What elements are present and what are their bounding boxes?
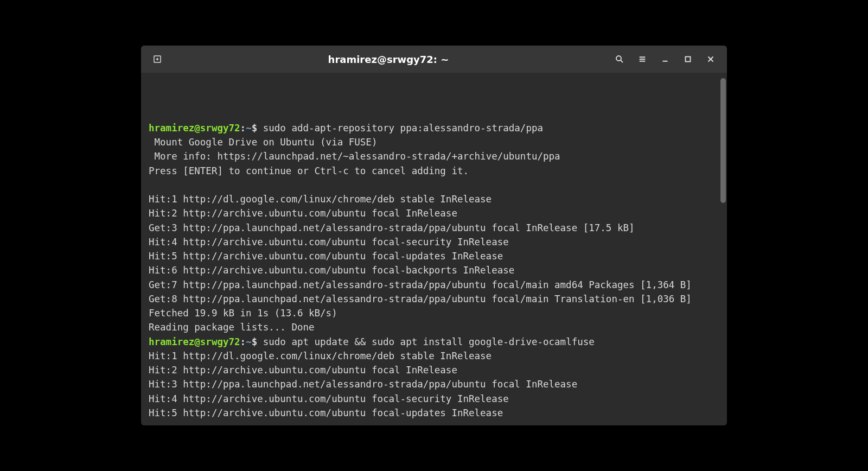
titlebar: hramirez@srwgy72: ~	[141, 46, 727, 73]
new-tab-button[interactable]	[148, 49, 167, 69]
output-line: Hit:5 http://archive.ubuntu.com/ubuntu f…	[149, 249, 719, 263]
minimize-button[interactable]	[655, 49, 675, 69]
prompt-path: ~	[246, 336, 252, 347]
terminal-body[interactable]: hramirez@srwgy72:~$ sudo add-apt-reposit…	[141, 73, 727, 425]
output-line: Get:8 http://ppa.launchpad.net/alessandr…	[149, 292, 719, 306]
maximize-button[interactable]	[678, 49, 698, 69]
output-line: Hit:3 http://ppa.launchpad.net/alessandr…	[149, 377, 719, 391]
search-icon[interactable]	[610, 49, 629, 69]
prompt-separator: :	[240, 123, 246, 133]
prompt-path: ~	[246, 123, 252, 133]
output-line: Hit:4 http://archive.ubuntu.com/ubuntu f…	[149, 235, 719, 249]
blank-line	[149, 178, 719, 192]
svg-line-4	[621, 60, 623, 62]
svg-point-3	[616, 56, 621, 61]
terminal-window: hramirez@srwgy72: ~	[141, 46, 727, 425]
command-text: sudo apt update && sudo apt install goog…	[263, 336, 595, 347]
svg-rect-9	[686, 57, 691, 62]
output-line: Mount Google Drive on Ubuntu (via FUSE)	[149, 135, 719, 149]
output-line: Hit:6 http://archive.ubuntu.com/ubuntu f…	[149, 263, 719, 277]
prompt-user-host: hramirez@srwgy72	[149, 123, 240, 133]
output-line: Hit:4 http://archive.ubuntu.com/ubuntu f…	[149, 392, 719, 406]
menu-icon[interactable]	[633, 49, 652, 69]
prompt-dollar: $	[252, 336, 263, 347]
output-line: Hit:2 http://archive.ubuntu.com/ubuntu f…	[149, 363, 719, 377]
output-line: Hit:5 http://archive.ubuntu.com/ubuntu f…	[149, 406, 719, 420]
output-line: Fetched 19.9 kB in 1s (13.6 kB/s)	[149, 306, 719, 320]
output-line: Hit:2 http://archive.ubuntu.com/ubuntu f…	[149, 206, 719, 220]
output-line: Get:3 http://ppa.launchpad.net/alessandr…	[149, 221, 719, 235]
output-line: Hit:1 http://dl.google.com/linux/chrome/…	[149, 349, 719, 363]
prompt-dollar: $	[252, 123, 263, 133]
output-line: Press [ENTER] to continue or Ctrl-c to c…	[149, 164, 719, 178]
command-line: hramirez@srwgy72:~$ sudo add-apt-reposit…	[149, 121, 719, 135]
window-title: hramirez@srwgy72: ~	[167, 54, 610, 65]
prompt-separator: :	[240, 336, 246, 347]
close-button[interactable]	[701, 49, 720, 69]
output-line: Hit:1 http://dl.google.com/linux/chrome/…	[149, 192, 719, 206]
output-line: Reading package lists... Done	[149, 320, 719, 334]
command-text: sudo add-apt-repository ppa:alessandro-s…	[263, 123, 543, 133]
scrollbar[interactable]	[720, 78, 726, 203]
command-line: hramirez@srwgy72:~$ sudo apt update && s…	[149, 335, 719, 349]
prompt-user-host: hramirez@srwgy72	[149, 336, 240, 347]
output-line: More info: https://launchpad.net/~alessa…	[149, 149, 719, 163]
output-line: Get:7 http://ppa.launchpad.net/alessandr…	[149, 278, 719, 292]
